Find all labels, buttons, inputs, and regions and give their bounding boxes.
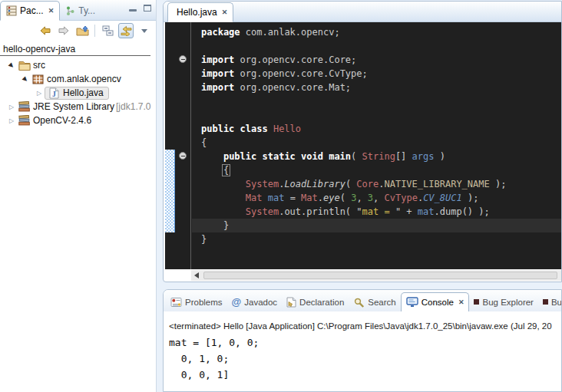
tab-search[interactable]: Search [349, 292, 400, 311]
code-line[interactable]: Mat mat = Mat.eye( 3, 3, CvType.CV_8UC1 … [201, 191, 561, 205]
tree-item-project-root[interactable]: hello-opencv-java [0, 43, 150, 56]
maximize-icon[interactable] [144, 5, 151, 12]
tab-declaration[interactable]: Declaration [282, 292, 349, 311]
close-icon[interactable]: ✕ [458, 298, 464, 306]
close-icon[interactable]: ✕ [222, 8, 228, 16]
tab-hello-java[interactable]: Hello.java ✕ [167, 2, 233, 22]
code-line[interactable]: System.LoadLibrary( Core.NATIVE_LIBRARY_… [201, 177, 561, 191]
horizontal-scrollbar[interactable] [191, 270, 561, 281]
tab-console[interactable]: Console✕ [401, 292, 470, 311]
code-token: Hello [273, 124, 301, 134]
fold-collapse-icon[interactable] [179, 152, 187, 160]
tree-item-opencv-2-4-6[interactable]: ▷OpenCV-2.4.6 [0, 114, 156, 127]
tab-problems[interactable]: Problems [166, 292, 227, 311]
scrollbar-thumb[interactable] [203, 272, 557, 279]
chevron-collapsed-icon[interactable]: ▷ [6, 104, 17, 110]
code-text[interactable]: package com.anlak.opencv;import org.open… [192, 22, 561, 246]
javadoc-icon: @ [232, 297, 242, 307]
close-icon[interactable]: ✕ [48, 7, 55, 15]
scroll-left-arrow-icon[interactable] [194, 272, 199, 278]
console-output[interactable]: mat = [1, 0, 0; 0, 1, 0; 0, 0, 1] [169, 334, 561, 383]
code-token: ( [345, 179, 356, 189]
code-token: mat = [362, 206, 395, 217]
tree-item-label: Hello.java [61, 87, 105, 98]
back-button[interactable] [38, 23, 53, 38]
tab-pac[interactable]: Pac...✕ [0, 1, 60, 21]
problems-icon [170, 297, 182, 308]
code-line[interactable]: { [201, 136, 561, 150]
code-token: eye [323, 193, 340, 203]
console-line: 0, 0, 1] [169, 367, 561, 383]
tab-label: Pac... [20, 5, 44, 16]
code-area[interactable]: package com.anlak.opencv;import org.open… [192, 22, 561, 269]
tab-bug-explorer[interactable]: Bug Explorer [469, 292, 537, 311]
editor-tab-label: Hello.java [177, 7, 217, 18]
tab-label: Declaration [299, 298, 344, 307]
tree-item-label: src [31, 60, 47, 71]
code-line[interactable] [201, 108, 561, 122]
tab-label: Console [422, 298, 454, 307]
view-menu-button[interactable] [137, 23, 152, 38]
code-token: Mat [301, 193, 318, 203]
code-token: , [356, 193, 367, 203]
tab-bug[interactable]: Bug [538, 292, 561, 311]
chevron-expanded-icon[interactable]: ▶ [6, 62, 17, 69]
code-token: public static void main [223, 151, 351, 162]
console-icon [406, 297, 418, 308]
console-line: 0, 1, 0; [169, 351, 561, 367]
folder-up-button[interactable] [74, 23, 90, 38]
chevron-expanded-icon[interactable]: ▶ [20, 76, 31, 83]
code-line[interactable] [201, 39, 561, 53]
code-line[interactable]: public class Hello [201, 122, 561, 136]
pkgexp-icon [6, 5, 17, 16]
code-token [201, 151, 223, 162]
code-line[interactable]: } [201, 232, 561, 246]
package-icon [31, 74, 45, 84]
code-token: . [318, 193, 323, 203]
code-line[interactable]: public static void main( String[] args ) [201, 150, 561, 163]
code-line[interactable]: import org.opencv.core.Mat; [201, 81, 561, 94]
code-token: CvType [385, 193, 418, 203]
chevron-collapsed-icon[interactable]: ▷ [34, 90, 45, 97]
code-line[interactable] [201, 94, 561, 108]
chevron-collapsed-icon[interactable]: ▷ [6, 117, 17, 124]
range-indicator [165, 150, 175, 232]
console-view[interactable]: <terminated> Hello [Java Application] C:… [164, 311, 561, 383]
code-line[interactable]: import org.opencv.core.CvType; [201, 67, 561, 81]
code-token [201, 193, 246, 203]
tree-item-jre-system-library[interactable]: ▷JRE System Library [jdk1.7.0 [0, 100, 156, 114]
collapse-all-button[interactable] [100, 23, 115, 38]
code-token: String [362, 151, 395, 162]
forward-button[interactable] [56, 23, 71, 38]
code-token: { [201, 137, 207, 148]
tree-item-com-anlak-opencv[interactable]: ▶com.anlak.opencv [0, 72, 156, 86]
tree-item-hello-java[interactable]: ▷JHello.java [0, 86, 156, 100]
matched-bracket: { [222, 164, 230, 176]
bugsq-icon [543, 299, 548, 305]
link-with-editor-button[interactable] [118, 23, 134, 38]
project-label: hello-opencv-java [3, 44, 75, 54]
code-token: .out.println( [279, 206, 356, 217]
package-explorer-panel: Pac...✕Ty... hello-opencv-java ▶src▶com.… [0, 0, 157, 392]
console-header: <terminated> Hello [Java Application] C:… [169, 321, 561, 331]
minimize-icon[interactable] [129, 9, 137, 12]
code-token: ( [340, 193, 351, 203]
code-token [262, 193, 267, 203]
code-line[interactable]: { [201, 163, 561, 177]
code-line[interactable]: } [201, 219, 561, 232]
code-line[interactable]: package com.anlak.opencv; [201, 25, 561, 39]
code-token: mat [418, 206, 435, 217]
code-line[interactable]: System.out.println( "mat = " + mat.dump(… [201, 205, 561, 219]
package-explorer-toolbar [0, 21, 156, 41]
tab-label: Search [368, 298, 395, 307]
editor-pane: Hello.java ✕ package com.anlak.opencv;im… [163, 1, 562, 282]
code-token: = [284, 193, 301, 203]
code-token: args [412, 151, 435, 162]
code-token: import [201, 68, 234, 79]
fold-collapse-icon[interactable] [179, 55, 187, 63]
code-line[interactable]: import org.opencv.core.Core; [201, 53, 561, 67]
tab-ty[interactable]: Ty... [60, 1, 101, 20]
tab-javadoc[interactable]: @Javadoc [227, 292, 283, 311]
tree-item-src[interactable]: ▶src [0, 58, 156, 72]
bottom-tabbar: Problems@JavadocDeclarationSearchConsole… [164, 290, 561, 311]
